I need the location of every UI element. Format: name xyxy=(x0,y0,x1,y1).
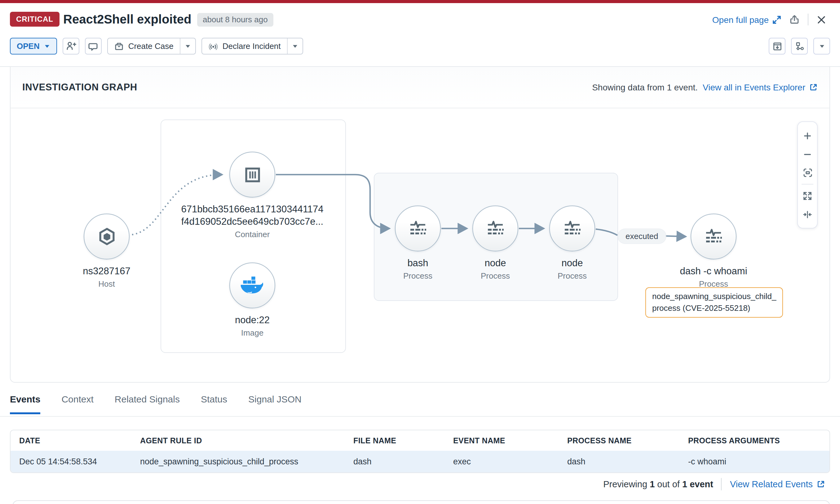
process-icon xyxy=(562,218,583,239)
signal-timestamp: about 8 hours ago xyxy=(197,13,273,26)
docker-whale-icon xyxy=(239,274,265,296)
tab-status[interactable]: Status xyxy=(201,394,227,414)
open-full-page-link[interactable]: Open full page xyxy=(712,15,781,24)
container-type: Container xyxy=(235,230,270,239)
collapse-horizontal-button[interactable] xyxy=(797,205,818,223)
graph-node-host[interactable]: ns3287167 Host xyxy=(32,214,181,289)
events-table: DATE AGENT RULE ID FILE NAME EVENT NAME … xyxy=(10,430,830,473)
events-table-header: DATE AGENT RULE ID FILE NAME EVENT NAME … xyxy=(11,430,829,451)
zoom-out-button[interactable] xyxy=(797,145,818,163)
chat-bubble-icon xyxy=(88,41,98,51)
cell-event-name: exec xyxy=(445,457,559,466)
cell-date: Dec 05 14:54:58.534 xyxy=(11,457,132,466)
cell-process-arguments: -c whoami xyxy=(680,457,829,466)
host-name: ns3287167 xyxy=(83,265,130,277)
investigation-graph-title: INVESTIGATION GRAPH xyxy=(22,82,137,93)
previewing-text: Previewing 1 out of 1 event xyxy=(603,479,713,489)
column-header-agent-rule-id: AGENT RULE ID xyxy=(132,436,345,445)
threat-rule-line2: process (CVE-2025-55218) xyxy=(652,303,776,314)
declare-incident-label: Declare Incident xyxy=(223,41,281,51)
create-case-label: Create Case xyxy=(128,41,174,51)
status-label: OPEN xyxy=(17,41,40,51)
column-header-file-name: FILE NAME xyxy=(345,436,445,445)
archive-download-icon xyxy=(772,41,782,51)
tab-context[interactable]: Context xyxy=(62,394,93,414)
create-case-button-group: Create Case xyxy=(107,38,196,54)
events-footer: Previewing 1 out of 1 event View Related… xyxy=(603,478,825,490)
footer-divider xyxy=(721,478,722,490)
view-related-events-label: View Related Events xyxy=(730,479,813,489)
person-add-icon xyxy=(66,41,76,51)
declare-incident-button-group: Declare Incident xyxy=(202,38,303,54)
cell-file-name: dash xyxy=(345,457,445,466)
declare-incident-dropdown[interactable] xyxy=(287,38,303,54)
more-actions-dropdown[interactable] xyxy=(813,38,830,54)
expand-graph-button[interactable] xyxy=(797,186,818,205)
detail-tabs: Events Context Related Signals Status Si… xyxy=(10,394,302,414)
column-header-process-name: PROCESS NAME xyxy=(559,436,680,445)
expand-icon xyxy=(772,15,781,24)
workflow-icon xyxy=(794,41,804,51)
assign-user-button[interactable] xyxy=(63,38,79,54)
incident-siren-icon xyxy=(208,41,218,51)
graph-node-process-dash[interactable]: dash -c whoami Process xyxy=(639,214,788,289)
cell-process-name: dash xyxy=(559,457,680,466)
process-name: dash -c whoami xyxy=(680,265,747,277)
tab-signal-json[interactable]: Signal JSON xyxy=(248,394,302,414)
zoom-in-button[interactable] xyxy=(797,126,818,145)
next-section-card xyxy=(12,500,830,504)
container-name-line1: 671bbcb35166ea1171303441174 xyxy=(181,203,323,215)
cell-agent-rule-id: node_spawning_suspicious_child_process xyxy=(132,457,345,466)
graph-zoom-toolbar xyxy=(797,121,818,229)
tabs-divider xyxy=(0,416,840,417)
host-type: Host xyxy=(98,279,115,289)
export-button[interactable] xyxy=(769,38,786,54)
table-row[interactable]: Dec 05 14:54:58.534 node_spawning_suspic… xyxy=(11,451,829,472)
fit-to-screen-button[interactable] xyxy=(797,163,818,182)
view-all-events-link[interactable]: View all in Events Explorer xyxy=(703,82,818,92)
host-hexagon-icon xyxy=(96,226,118,247)
view-all-events-label: View all in Events Explorer xyxy=(703,82,805,92)
severity-badge: CRITICAL xyxy=(10,12,59,26)
declare-incident-button[interactable]: Declare Incident xyxy=(202,38,287,54)
container-name-line2: f4d169052dc5ee649cb703cc7e... xyxy=(181,215,323,228)
create-case-button[interactable]: Create Case xyxy=(108,38,180,54)
graph-node-image[interactable]: node:22 Image xyxy=(178,263,327,338)
external-link-icon xyxy=(809,83,818,92)
tab-events[interactable]: Events xyxy=(10,394,40,414)
view-related-events-link[interactable]: View Related Events xyxy=(730,479,825,489)
tab-related-signals[interactable]: Related Signals xyxy=(115,394,180,414)
threat-rule-tag[interactable]: node_spawning_suspicious_child_ process … xyxy=(645,287,783,318)
severity-top-bar xyxy=(0,0,840,3)
external-link-icon xyxy=(817,480,825,488)
column-header-process-arguments: PROCESS ARGUMENTS xyxy=(680,436,829,445)
process-icon xyxy=(703,226,724,247)
container-icon xyxy=(241,164,263,185)
image-name: node:22 xyxy=(235,314,270,326)
comment-button[interactable] xyxy=(85,38,102,54)
process-name: node xyxy=(562,257,583,269)
column-header-event-name: EVENT NAME xyxy=(445,436,559,445)
create-case-dropdown[interactable] xyxy=(180,38,195,54)
process-type: Process xyxy=(558,271,587,281)
share-icon[interactable] xyxy=(789,14,800,25)
graph-canvas[interactable]: ns3287167 Host 671bbcb3 xyxy=(11,108,829,382)
column-header-date: DATE xyxy=(11,436,132,445)
graph-node-container[interactable]: 671bbcb35166ea1171303441174 f4d169052dc5… xyxy=(178,152,327,239)
threat-rule-line1: node_spawning_suspicious_child_ xyxy=(652,291,776,303)
status-dropdown-button[interactable]: OPEN xyxy=(10,38,57,54)
open-full-page-label: Open full page xyxy=(712,15,769,24)
investigation-graph-panel: INVESTIGATION GRAPH Showing data from 1 … xyxy=(10,67,830,383)
close-icon[interactable] xyxy=(817,15,826,24)
workflow-button[interactable] xyxy=(791,38,808,54)
toolbar-divider xyxy=(802,184,813,184)
showing-data-text: Showing data from 1 event. xyxy=(592,82,698,92)
header-divider xyxy=(808,14,808,25)
security-signal-panel: CRITICAL React2Shell exploited about 8 h… xyxy=(0,0,840,504)
signal-title: React2Shell exploited xyxy=(63,12,191,26)
case-icon xyxy=(114,41,124,51)
image-type: Image xyxy=(241,328,263,338)
